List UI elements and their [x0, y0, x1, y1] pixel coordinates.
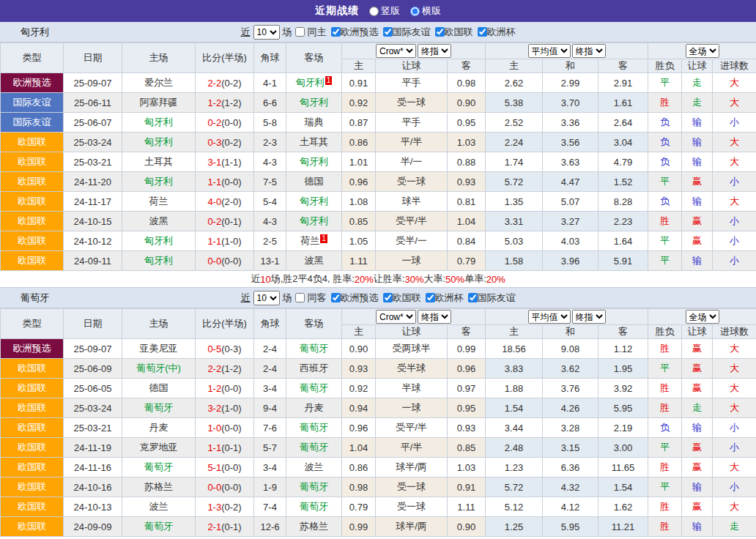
league-filter[interactable]: 欧洲预选 — [331, 26, 379, 39]
col-header-corner: 角球 — [254, 43, 286, 73]
league-filter[interactable]: 国际友谊 — [383, 26, 431, 39]
ah-home-odds: 1.01 — [342, 152, 376, 172]
near-label[interactable]: 近 — [241, 291, 251, 305]
league-checkbox[interactable] — [468, 293, 478, 302]
league-filter[interactable]: 欧洲预选 — [331, 291, 379, 305]
col-header-type: 类型 — [1, 43, 64, 73]
result-wdl: 平 — [648, 438, 682, 458]
avg-home-odds: 5.72 — [486, 172, 543, 192]
same-away-checkbox[interactable] — [295, 293, 305, 302]
score-cell: 0-0(0-0) — [196, 477, 254, 497]
scope-select[interactable]: 全场 — [686, 44, 719, 58]
home-team-cell: 克罗地亚 — [122, 438, 196, 458]
match-count-select[interactable]: 10 — [253, 25, 280, 40]
matches-table-hungary: 类型 日期 主场 比分(半场) 角球 客场 Crow*终指 平均值终指 全场 主… — [0, 42, 756, 271]
avg-away-odds: 3.04 — [598, 133, 648, 152]
halftime-score: (0-2) — [221, 502, 241, 513]
average-time-select[interactable]: 终指 — [572, 44, 606, 58]
avg-home-odds: 5.38 — [486, 93, 543, 113]
result-goals: 小 — [713, 251, 756, 271]
league-filter[interactable]: 欧国联 — [383, 291, 421, 305]
match-date: 24-10-16 — [64, 477, 122, 497]
ah-home-odds: 0.93 — [342, 359, 376, 379]
score-cell: 2-1(0-1) — [196, 517, 254, 537]
horizontal-view-radio[interactable] — [410, 7, 420, 16]
home-team-cell: 波黑 — [122, 212, 196, 231]
match-row: 欧国联24-11-17荷兰4-0(2-0)5-4匈牙利1.08球半0.811.3… — [1, 192, 756, 212]
average-select[interactable]: 平均值 — [528, 310, 571, 324]
match-date: 24-11-17 — [64, 192, 122, 212]
result-wdl: 胜 — [648, 379, 682, 398]
scope-select[interactable]: 全场 — [686, 310, 719, 324]
home-team-cell: 荷兰 — [122, 192, 196, 212]
league-filter[interactable]: 国际友谊 — [468, 291, 516, 305]
halftime-score: (0-0) — [221, 462, 241, 473]
team-name: 匈牙利 — [300, 215, 328, 226]
league-checkbox[interactable] — [435, 27, 445, 37]
team-name: 瑞典 — [305, 116, 324, 127]
home-team-cell: 波兰 — [122, 497, 196, 517]
same-home-checkbox[interactable] — [295, 27, 305, 37]
view-option-vertical[interactable]: 竖版 — [369, 4, 400, 18]
away-team-cell: 葡萄牙 — [286, 438, 342, 458]
result-wdl: 负 — [648, 133, 682, 152]
filter-controls: 近 10 场 同客 欧洲预选 欧国联 欧洲杯 国际友谊 — [241, 291, 516, 305]
league-checkbox[interactable] — [426, 293, 435, 302]
vertical-view-radio[interactable] — [369, 7, 379, 16]
result-wdl: 平 — [648, 359, 682, 379]
halftime-score: (0-1) — [221, 442, 241, 453]
team-name: 苏格兰 — [144, 481, 173, 492]
scope-group: 全场 — [648, 43, 756, 59]
fulltime-score: 1-3 — [207, 502, 221, 513]
league-filter[interactable]: 欧国联 — [435, 26, 473, 39]
col-header-avg-away: 客 — [598, 59, 648, 73]
result-goals: 大 — [713, 458, 756, 477]
league-checkbox[interactable] — [383, 293, 393, 302]
col-header-type: 类型 — [1, 309, 64, 339]
league-checkbox[interactable] — [331, 27, 341, 37]
corner-count: 6-6 — [254, 93, 286, 113]
ah-away-odds: 1.11 — [448, 497, 486, 517]
corner-count: 5-7 — [254, 438, 286, 458]
league-checkbox[interactable] — [331, 293, 341, 302]
odds-source-select[interactable]: Crow* — [376, 44, 416, 58]
away-team-cell: 葡萄牙 — [286, 497, 342, 517]
result-handicap: 赢 — [682, 231, 713, 251]
result-wdl: 胜 — [648, 339, 682, 359]
avg-home-odds: 1.23 — [486, 458, 543, 477]
odds-time-select[interactable]: 终指 — [418, 44, 451, 58]
ah-home-odds: 0.99 — [342, 517, 376, 537]
match-count-select[interactable]: 10 — [253, 291, 280, 305]
league-checkbox[interactable] — [478, 27, 487, 37]
odds-source-select[interactable]: Crow* — [376, 310, 416, 324]
summary-segment: 近 — [251, 272, 260, 286]
home-team-cell: 匈牙利 — [122, 231, 196, 251]
home-team-cell: 葡萄牙 — [122, 517, 196, 537]
near-label[interactable]: 近 — [241, 26, 251, 39]
match-type-badge: 欧国联 — [1, 231, 64, 251]
home-team-cell: 亚美尼亚 — [122, 339, 196, 359]
col-header-date: 日期 — [64, 309, 122, 339]
table-header-group-row: 类型 日期 主场 比分(半场) 角球 客场 Crow*终指 平均值终指 全场 — [1, 43, 756, 59]
col-header-avg-home: 主 — [486, 59, 543, 73]
avg-home-odds: 1.88 — [486, 379, 543, 398]
team-name: 匈牙利 — [144, 255, 173, 266]
match-type-badge: 欧国联 — [1, 192, 64, 212]
ah-home-odds: 0.96 — [342, 418, 376, 438]
league-filter[interactable]: 欧洲杯 — [426, 291, 464, 305]
average-select[interactable]: 平均值 — [528, 44, 571, 58]
view-option-horizontal[interactable]: 横版 — [410, 4, 441, 18]
league-checkbox[interactable] — [383, 27, 393, 37]
games-label: 场 — [283, 26, 292, 39]
average-time-select[interactable]: 终指 — [572, 310, 606, 324]
halftime-score: (0-0) — [221, 383, 241, 394]
avg-away-odds: 2.64 — [598, 113, 648, 133]
odds-time-select[interactable]: 终指 — [418, 310, 451, 324]
halftime-score: (1-0) — [221, 403, 241, 414]
avg-draw-odds: 4.26 — [543, 398, 598, 418]
team-name: 波黑 — [305, 255, 324, 266]
match-type-badge: 国际友谊 — [1, 93, 64, 113]
result-goals: 小 — [713, 113, 756, 133]
away-team-cell: 荷兰1 — [286, 231, 342, 251]
league-filter[interactable]: 欧洲杯 — [478, 26, 516, 39]
